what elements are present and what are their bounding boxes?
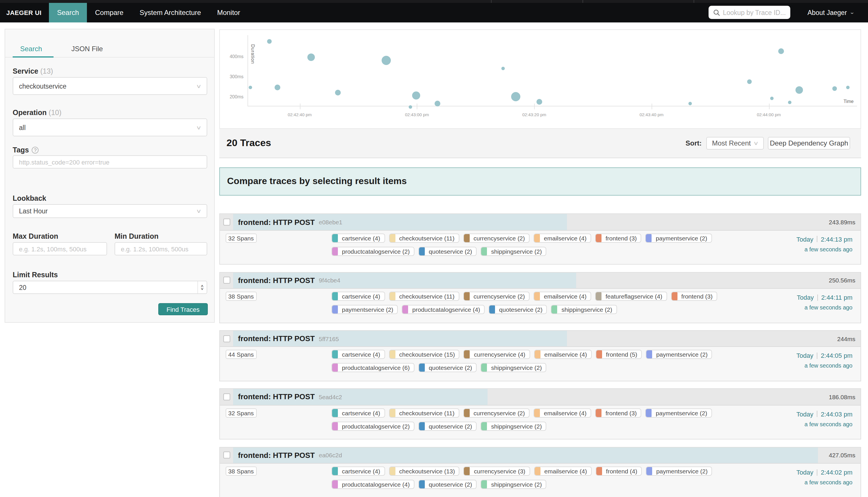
scatter-point[interactable] [511,92,520,101]
trace-day[interactable]: Today [796,410,813,417]
scatter-point[interactable] [249,86,252,89]
trace-time[interactable]: 2:44:02 pm [821,469,852,476]
service-chip[interactable]: emailservice (4) [534,292,591,301]
trace-card[interactable]: frontend: HTTP POST e08ebe1 243.89ms 32 … [219,214,861,265]
nav-item-monitor[interactable]: Monitor [209,3,248,22]
service-chip[interactable]: frontend (4) [596,467,642,476]
service-chip[interactable]: frontend (3) [595,233,642,243]
service-chip[interactable]: frontend (3) [671,292,717,301]
trace-title[interactable]: frontend: HTTP POST [238,393,315,401]
service-chip[interactable]: cartservice (4) [332,350,385,359]
trace-time[interactable]: 2:44:13 pm [821,236,852,243]
trace-checkbox[interactable] [223,277,230,284]
service-chip[interactable]: quoteservice (2) [418,247,477,256]
service-chip[interactable]: emailservice (4) [534,408,591,417]
trace-day[interactable]: Today [796,236,813,243]
service-chip[interactable]: currencyservice (3) [464,467,530,476]
scatter-point[interactable] [770,97,774,100]
trace-checkbox[interactable] [223,452,230,459]
service-chip[interactable]: productcatalogservice (2) [332,421,415,430]
lookback-select[interactable]: Last Hour∨ [13,204,207,218]
service-chip[interactable]: shippingservice (2) [481,363,546,372]
scatter-point[interactable] [275,85,280,90]
service-chip[interactable]: checkoutservice (11) [389,233,459,243]
help-icon[interactable]: ? [32,146,39,153]
service-chip[interactable]: shippingservice (2) [481,247,546,256]
trace-day[interactable]: Today [797,294,814,301]
trace-time[interactable]: 2:44:03 pm [821,410,852,417]
scatter-point[interactable] [537,99,543,105]
service-chip[interactable]: productcatalogservice (2) [332,247,415,256]
service-chip[interactable]: emailservice (4) [534,467,591,476]
tab-search[interactable]: Search [20,45,42,53]
find-traces-button[interactable]: Find Traces [158,303,208,315]
service-chip[interactable]: checkoutservice (13) [389,467,460,476]
trace-lookup-input[interactable]: Lookup by Trace ID... [709,6,790,19]
trace-card[interactable]: frontend: HTTP POST 5ead4c2 186.08ms 32 … [219,388,861,439]
service-chip[interactable]: currencyservice (4) [464,350,530,359]
trace-title[interactable]: frontend: HTTP POST [238,276,315,285]
service-chip[interactable]: emailservice (4) [534,233,591,243]
scatter-point[interactable] [335,90,341,96]
service-chip[interactable]: shippingservice (2) [481,480,546,489]
service-chip[interactable]: frontend (5) [596,350,642,359]
service-chip[interactable]: checkoutservice (15) [389,350,460,359]
scatter-point[interactable] [832,86,837,91]
scatter-point[interactable] [747,80,752,84]
scatter-point[interactable] [307,54,314,61]
trace-card[interactable]: frontend: HTTP POST ea06c2d 427.05ms 38 … [219,447,861,497]
service-chip[interactable]: currencyservice (2) [463,408,530,417]
trace-time[interactable]: 2:44:05 pm [821,352,852,359]
service-chip[interactable]: shippingservice (2) [481,421,546,430]
service-chip[interactable]: quoteservice (2) [418,421,477,430]
scatter-point[interactable] [501,67,505,70]
trace-title[interactable]: frontend: HTTP POST [238,334,315,343]
service-chip[interactable]: productcatalogservice (4) [402,305,485,314]
scatter-point[interactable] [778,48,784,54]
about-jaeger-menu[interactable]: About Jaeger ⌄ [808,9,854,16]
trace-day[interactable]: Today [796,469,813,476]
scatter-point[interactable] [788,101,792,104]
limit-results-input[interactable]: 20 ∧∨ [13,281,207,294]
scatter-point[interactable] [796,86,803,94]
scatter-point[interactable] [435,101,440,106]
scatter-point[interactable] [382,56,391,65]
service-chip[interactable]: productcatalogservice (6) [332,363,415,372]
service-chip[interactable]: quoteservice (2) [418,480,477,489]
trace-checkbox[interactable] [223,335,230,342]
service-chip[interactable]: paymentservice (2) [646,350,712,359]
trace-title[interactable]: frontend: HTTP POST [238,218,315,226]
scatter-point[interactable] [412,91,420,100]
service-chip[interactable]: featureflagservice (4) [595,292,667,301]
number-stepper[interactable]: ∧∨ [197,281,207,293]
app-logo[interactable]: JAEGER UI [6,9,41,16]
trace-card[interactable]: frontend: HTTP POST 5ff7165 244ms 44 Spa… [219,330,861,381]
operation-select[interactable]: all∨ [13,118,207,136]
scatter-point[interactable] [267,39,271,44]
service-chip[interactable]: productcatalogservice (4) [332,480,415,489]
nav-item-system-architecture[interactable]: System Architecture [131,3,209,22]
service-chip[interactable]: checkoutservice (11) [389,408,459,417]
trace-day[interactable]: Today [796,352,813,359]
service-chip[interactable]: cartservice (4) [332,408,385,417]
service-chip[interactable]: paymentservice (2) [332,305,398,314]
trace-title[interactable]: frontend: HTTP POST [238,451,315,459]
sort-select[interactable]: Most Recent∨ [706,137,764,150]
service-chip[interactable]: paymentservice (2) [646,467,712,476]
trace-time[interactable]: 2:44:11 pm [821,294,852,301]
trace-card[interactable]: frontend: HTTP POST 9f4cbe4 250.56ms 38 … [219,272,861,323]
service-chip[interactable]: shippingservice (2) [551,305,617,314]
service-chip[interactable]: currencyservice (2) [463,292,530,301]
service-chip[interactable]: cartservice (4) [332,292,385,301]
service-chip[interactable]: quoteservice (2) [489,305,547,314]
scatter-point[interactable] [846,86,850,89]
scatter-point[interactable] [409,105,412,109]
service-chip[interactable]: quoteservice (2) [418,363,477,372]
deep-dependency-graph-button[interactable]: Deep Dependency Graph [768,137,850,150]
max-duration-input[interactable]: e.g. 1.2s, 100ms, 500us [13,242,107,255]
nav-item-search[interactable]: Search [49,3,87,22]
service-chip[interactable]: cartservice (4) [332,233,385,243]
service-select[interactable]: checkoutservice∨ [13,77,207,95]
trace-checkbox[interactable] [223,218,230,226]
min-duration-input[interactable]: e.g. 1.2s, 100ms, 500us [114,242,207,255]
